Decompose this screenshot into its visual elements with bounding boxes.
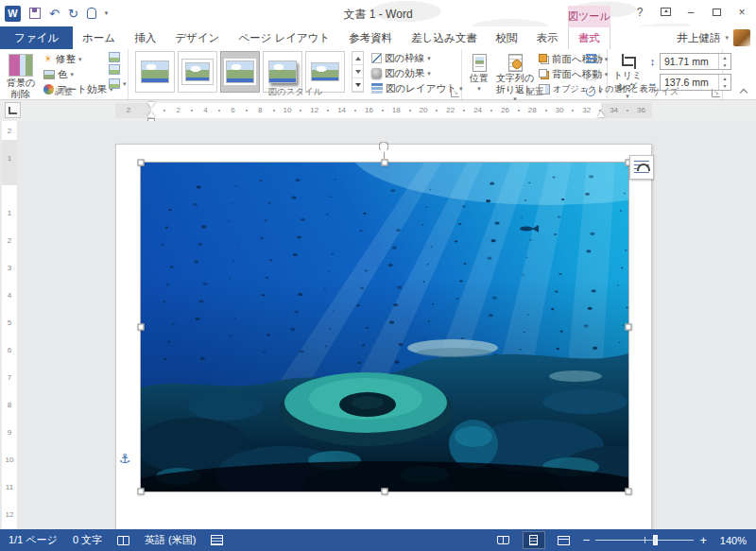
word-logo-icon[interactable]: W bbox=[5, 6, 21, 22]
tab-home[interactable]: ホーム bbox=[73, 26, 125, 49]
align-objects-button[interactable]: ▾ bbox=[586, 52, 603, 66]
bring-forward-icon bbox=[539, 54, 549, 64]
picture-border-icon bbox=[371, 53, 382, 63]
inserted-picture[interactable] bbox=[141, 163, 628, 491]
tab-label: デザイン bbox=[175, 31, 219, 45]
maximize-icon bbox=[713, 9, 721, 16]
undo-icon[interactable]: ↶ bbox=[49, 8, 60, 20]
document-area[interactable]: 21123456789101112 bbox=[0, 121, 756, 529]
send-backward-icon bbox=[539, 69, 549, 79]
picture-border-button[interactable]: 図の枠線▾ bbox=[371, 51, 463, 65]
ruler-number: 12 bbox=[310, 106, 318, 114]
shape-height-icon: ↕ bbox=[646, 56, 659, 67]
tab-insert[interactable]: 挿入 bbox=[125, 26, 165, 49]
tab-page-layout[interactable]: ページ レイアウト bbox=[229, 26, 339, 49]
ruler-tick bbox=[163, 110, 165, 112]
ribbon-display-options-button[interactable] bbox=[654, 3, 677, 21]
group-label-size: サイズ bbox=[609, 86, 722, 98]
customize-qat-icon[interactable]: ▾ bbox=[105, 9, 109, 17]
help-button[interactable]: ? bbox=[628, 3, 651, 21]
tab-label: 表示 bbox=[537, 31, 558, 45]
align-icon bbox=[586, 54, 596, 64]
view-web-layout-button[interactable] bbox=[553, 531, 576, 549]
tab-review[interactable]: 校閲 bbox=[487, 26, 527, 49]
compress-picture-icon[interactable] bbox=[109, 52, 120, 62]
ruler-tick bbox=[463, 110, 465, 112]
tab-references[interactable]: 参考資料 bbox=[339, 26, 402, 49]
size-dialog-launcher[interactable]: ↘ bbox=[712, 89, 720, 97]
vertical-ruler-number: 10 bbox=[2, 456, 17, 464]
save-icon[interactable] bbox=[29, 8, 41, 19]
resize-handle-w[interactable] bbox=[138, 324, 145, 331]
resize-handle-nw[interactable] bbox=[138, 160, 145, 166]
tab-file[interactable]: ファイル bbox=[0, 26, 73, 49]
group-size: トリミング▾ ↕ 91.71 mm ▲▼ ↔ 137.6 mm ▲▼ bbox=[609, 49, 723, 99]
resize-handle-se[interactable] bbox=[626, 489, 632, 495]
ime-mode-icon[interactable] bbox=[211, 535, 223, 545]
change-picture-icon[interactable] bbox=[109, 64, 120, 75]
vertical-ruler-number: 3 bbox=[2, 264, 17, 272]
collapse-ribbon-button[interactable] bbox=[739, 88, 748, 95]
maximize-button[interactable] bbox=[705, 3, 728, 21]
language-indicator[interactable]: 英語 (米国) bbox=[145, 533, 196, 547]
view-print-layout-button[interactable] bbox=[523, 531, 545, 549]
zoom-in-button[interactable]: + bbox=[699, 534, 707, 546]
resize-handle-s[interactable] bbox=[382, 489, 388, 495]
vertical-ruler[interactable]: 21123456789101112 bbox=[2, 121, 17, 529]
ruler-tick bbox=[327, 110, 329, 112]
group-arrange: 位置▾ 文字列の折り返し▾ 前面へ移動▾ 背面へ移動▾ オブジェクトの選択と表示… bbox=[463, 49, 608, 99]
touch-mode-icon[interactable] bbox=[87, 8, 96, 19]
first-line-indent-marker[interactable] bbox=[147, 102, 155, 108]
ruler-tick bbox=[218, 110, 220, 112]
user-account[interactable]: 井上健語 ▾ bbox=[677, 26, 750, 49]
layout-options-button[interactable] bbox=[629, 155, 654, 180]
tab-stop-selector[interactable] bbox=[5, 102, 21, 118]
gallery-scroll-up[interactable] bbox=[352, 52, 363, 65]
wrap-text-icon bbox=[508, 54, 523, 72]
resize-handle-sw[interactable] bbox=[138, 489, 145, 495]
tab-view[interactable]: 表示 bbox=[527, 26, 568, 49]
page-indicator[interactable]: 1/1 ページ bbox=[9, 533, 58, 547]
zoom-slider: − + bbox=[583, 534, 707, 546]
group-objects-button[interactable]: ▾ bbox=[586, 68, 603, 82]
word-count[interactable]: 0 文字 bbox=[73, 533, 102, 547]
corrections-button[interactable]: ☀修整▾ bbox=[43, 52, 113, 66]
picture-effects-button[interactable]: 図の効果▾ bbox=[371, 66, 463, 80]
redo-icon[interactable]: ↻ bbox=[68, 8, 78, 20]
color-button[interactable]: 色▾ bbox=[43, 67, 113, 81]
view-read-mode-button[interactable] bbox=[492, 531, 515, 549]
shape-height-field[interactable]: 91.71 mm ▲▼ bbox=[660, 53, 731, 70]
minimize-button[interactable]: – bbox=[679, 3, 702, 21]
tab-format[interactable]: 書式図ツール bbox=[568, 26, 610, 49]
zoom-level[interactable]: 140% bbox=[714, 535, 747, 546]
position-icon bbox=[472, 54, 487, 72]
zoom-out-button[interactable]: − bbox=[583, 534, 591, 546]
style-preview-landscape-icon bbox=[226, 60, 254, 83]
rotation-handle[interactable] bbox=[379, 142, 389, 152]
tab-mailings[interactable]: 差し込み文書 bbox=[402, 26, 487, 49]
group-label-picture-styles: 図のスタイル bbox=[129, 86, 461, 98]
resize-handle-n[interactable] bbox=[382, 160, 388, 166]
proofing-status-icon[interactable] bbox=[117, 536, 129, 545]
close-button[interactable]: × bbox=[730, 3, 753, 21]
vertical-ruler-number: 9 bbox=[2, 428, 17, 437]
ruler-number: 32 bbox=[582, 106, 591, 114]
resize-handle-e[interactable] bbox=[626, 324, 632, 331]
horizontal-ruler[interactable]: 224681012141618202224262830323436 bbox=[115, 103, 652, 118]
picture-styles-dialog-launcher[interactable]: ↘ bbox=[451, 89, 459, 97]
shape-height-value[interactable]: 91.71 mm bbox=[661, 56, 718, 67]
hanging-indent-marker[interactable] bbox=[147, 112, 155, 117]
tab-design[interactable]: デザイン bbox=[165, 26, 229, 49]
vertical-ruler-number: 5 bbox=[2, 319, 17, 327]
zoom-track[interactable] bbox=[595, 534, 694, 546]
gallery-scroll-down[interactable] bbox=[352, 65, 363, 78]
ribbon: 背景の削除 ☀修整▾ 色▾ アート効果▾ ▾ 調整 図の枠線 bbox=[0, 49, 756, 100]
height-spinner[interactable]: ▲▼ bbox=[718, 54, 730, 69]
ruler-number: 30 bbox=[556, 106, 564, 114]
zoom-knob[interactable] bbox=[653, 535, 658, 545]
rotation-handle-stem bbox=[384, 152, 385, 159]
document-page[interactable] bbox=[115, 144, 652, 529]
right-indent-marker[interactable] bbox=[597, 112, 605, 117]
ruler-number: 22 bbox=[446, 106, 455, 114]
ruler-number: 26 bbox=[501, 106, 509, 114]
